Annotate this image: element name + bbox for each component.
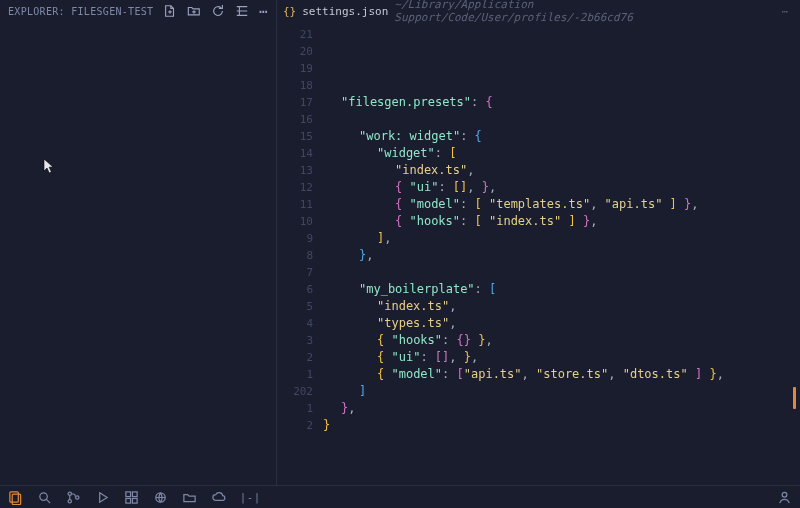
code-editor[interactable]: 21201918171615141312111098765432120212 "… <box>277 22 800 485</box>
remote-icon[interactable] <box>153 490 168 505</box>
tab-actions-icon[interactable]: ⋯ <box>781 5 800 18</box>
status-cols[interactable]: |-| <box>240 492 261 503</box>
code-lines: "filesgen.presets": { "work: widget": { … <box>323 22 800 485</box>
search-tab-icon[interactable] <box>37 490 52 505</box>
svg-point-11 <box>782 492 787 497</box>
svg-rect-1 <box>12 494 20 504</box>
accounts-icon[interactable] <box>777 490 792 505</box>
activity-bar: |-| <box>0 485 800 508</box>
cloud-icon[interactable] <box>211 490 226 505</box>
source-control-icon[interactable] <box>66 490 81 505</box>
explorer-body[interactable] <box>0 22 276 485</box>
new-file-icon[interactable] <box>163 4 177 18</box>
refresh-icon[interactable] <box>211 4 225 18</box>
mouse-cursor-icon <box>43 158 55 179</box>
scroll-indicator <box>793 387 796 409</box>
svg-point-5 <box>76 495 79 498</box>
svg-rect-8 <box>126 498 131 503</box>
collapse-icon[interactable] <box>235 4 249 18</box>
more-icon[interactable]: ⋯ <box>259 4 268 18</box>
svg-point-3 <box>68 492 71 495</box>
editor-tab[interactable]: {} settings.json ~/Library/Application S… <box>277 0 800 22</box>
explorer-sidebar: EXPLORER: FILESGEN-TEST ⋯ <box>0 0 277 485</box>
json-file-icon: {} <box>283 5 296 18</box>
line-number-gutter: 21201918171615141312111098765432120212 <box>277 22 323 485</box>
editor-area: {} settings.json ~/Library/Application S… <box>277 0 800 485</box>
debug-tab-icon[interactable] <box>95 490 110 505</box>
extensions-tab-icon[interactable] <box>124 490 139 505</box>
svg-point-2 <box>40 492 48 500</box>
explorer-title: EXPLORER: FILESGEN-TEST <box>8 6 153 17</box>
svg-rect-9 <box>132 498 137 503</box>
svg-rect-6 <box>126 491 131 496</box>
tab-filename: settings.json <box>302 5 388 18</box>
new-folder-icon[interactable] <box>187 4 201 18</box>
folder-icon[interactable] <box>182 490 197 505</box>
explorer-header: EXPLORER: FILESGEN-TEST ⋯ <box>0 0 276 22</box>
svg-rect-7 <box>132 491 137 496</box>
explorer-tab-icon[interactable] <box>8 490 23 505</box>
svg-point-4 <box>68 499 71 502</box>
tab-filepath: ~/Library/Application Support/Code/User/… <box>394 0 775 24</box>
svg-rect-0 <box>10 491 18 501</box>
